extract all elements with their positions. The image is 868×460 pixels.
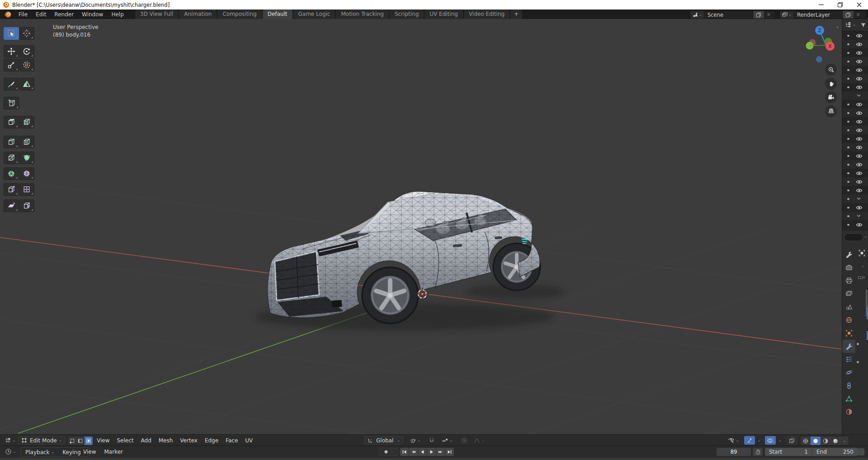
workspace-tab-default[interactable]: Default: [263, 9, 292, 19]
selectability-visibility-dropdown[interactable]: ⌄: [725, 436, 742, 445]
overlays-dropdown[interactable]: ⌄: [776, 436, 784, 445]
menu-render[interactable]: Render: [50, 10, 78, 19]
viewport-menu-uv[interactable]: UV: [243, 437, 255, 444]
filter-icon[interactable]: [860, 22, 866, 28]
outliner-row[interactable]: [842, 40, 868, 48]
tool-select-box[interactable]: [4, 27, 19, 40]
snap-target-dropdown[interactable]: ⌄: [438, 436, 457, 445]
tool-move[interactable]: [4, 45, 19, 58]
outliner-row[interactable]: [842, 186, 868, 194]
workspace-tab-motion-tracking[interactable]: Motion Tracking: [336, 9, 388, 19]
outliner-row[interactable]: [842, 177, 868, 186]
auto-keying-group[interactable]: ⌄: [379, 448, 398, 456]
tool-edge-slide[interactable]: [4, 183, 19, 196]
close-button[interactable]: [850, 0, 868, 9]
jump-first-button[interactable]: [400, 448, 409, 456]
transform-orientation-dropdown[interactable]: Global ⌄: [364, 436, 403, 445]
play-button[interactable]: [427, 448, 436, 456]
tool-bevel[interactable]: [4, 136, 19, 148]
eye-icon[interactable]: [856, 33, 863, 39]
outliner-row[interactable]: [842, 126, 868, 134]
viewport-grid-button[interactable]: [825, 105, 837, 117]
eye-icon[interactable]: [856, 136, 863, 142]
scene-copy-button[interactable]: [753, 11, 764, 19]
tool-loop-cut[interactable]: [19, 136, 35, 148]
chevron-down-icon[interactable]: [856, 93, 862, 98]
workspace-tab-scripting[interactable]: Scripting: [390, 9, 424, 19]
shading-wireframe-button[interactable]: [801, 436, 811, 445]
eye-icon[interactable]: [856, 41, 863, 47]
outliner-row[interactable]: [842, 134, 868, 143]
jump-last-button[interactable]: [445, 448, 454, 456]
workspace-tab-game-logic[interactable]: Game Logic: [293, 9, 335, 19]
properties-tab-output[interactable]: [842, 274, 855, 287]
viewport-menu-face[interactable]: Face: [224, 437, 240, 444]
properties-tab-particles[interactable]: [842, 353, 855, 366]
editor-type-dropdown[interactable]: ⌄: [3, 436, 17, 445]
outliner-row[interactable]: [842, 194, 868, 203]
falloff-dropdown[interactable]: ⌄: [470, 436, 488, 445]
play-reverse-button[interactable]: [418, 448, 427, 456]
blender-logo-icon[interactable]: [4, 11, 12, 18]
eye-icon[interactable]: [856, 144, 863, 151]
tool-inset-faces[interactable]: [19, 116, 35, 128]
eye-icon[interactable]: [856, 119, 863, 125]
shading-material-button[interactable]: [821, 436, 830, 445]
eye-icon[interactable]: [856, 110, 863, 116]
tool-extrude-region[interactable]: [4, 116, 19, 128]
viewport-camera-button[interactable]: [825, 91, 837, 103]
properties-tab-data[interactable]: [842, 392, 855, 405]
select-mode-edge[interactable]: [76, 436, 85, 445]
mode-dropdown[interactable]: Edit Mode ⌄: [18, 436, 65, 445]
gizmos-dropdown[interactable]: ⌄: [755, 436, 763, 445]
navigation-gizmo[interactable]: Z X: [796, 22, 842, 71]
workspace-tab--[interactable]: +: [510, 9, 522, 19]
shading-dropdown[interactable]: ⌄: [840, 436, 849, 445]
timeline-menu-marker[interactable]: Marker: [102, 449, 124, 455]
outliner-row[interactable]: [842, 169, 868, 177]
3d-viewport[interactable]: User Perspective (89) body.016 Z X: [0, 19, 842, 434]
viewport-zoom-button[interactable]: [825, 64, 837, 76]
restore-button[interactable]: [831, 0, 849, 9]
timeline-menu-view[interactable]: View: [81, 449, 98, 455]
tool-shrink-fatten[interactable]: [19, 183, 35, 196]
eye-icon[interactable]: [856, 76, 863, 82]
workspace-tab-video-editing[interactable]: Video Editing: [464, 9, 509, 19]
outliner-display-mode-dropdown[interactable]: [845, 22, 852, 28]
eye-icon[interactable]: [856, 50, 863, 56]
panel-collapse-icon[interactable]: ‹: [836, 24, 839, 30]
start-frame-field[interactable]: Start 1: [765, 448, 812, 456]
properties-tab-material[interactable]: [842, 405, 855, 418]
timeline-track-area[interactable]: [0, 457, 868, 460]
tool-poly-build[interactable]: [19, 152, 35, 164]
eye-icon[interactable]: [856, 170, 863, 176]
tool-annotate[interactable]: [4, 78, 19, 90]
scene-unlink-button[interactable]: ✕: [764, 11, 773, 19]
select-mode-face[interactable]: [85, 436, 93, 445]
proportional-editing-toggle[interactable]: [459, 436, 469, 445]
use-preview-range-toggle[interactable]: [753, 448, 763, 456]
shading-rendered-button[interactable]: [830, 436, 840, 445]
prev-keyframe-button[interactable]: [409, 448, 418, 456]
viewport-menu-vertex[interactable]: Vertex: [178, 437, 199, 444]
snap-toggle[interactable]: [427, 436, 437, 445]
tool-spin[interactable]: [4, 167, 19, 180]
properties-tab-object[interactable]: [842, 327, 855, 340]
tool-cursor-tool[interactable]: [19, 27, 35, 40]
tool-smooth[interactable]: [19, 167, 35, 180]
timeline-scrollbar[interactable]: [857, 448, 864, 455]
outliner-row[interactable]: [842, 31, 868, 40]
viewport-menu-view[interactable]: View: [95, 437, 111, 444]
properties-tab-scene[interactable]: [842, 300, 855, 313]
eye-icon[interactable]: [856, 58, 863, 65]
outliner-row[interactable]: [842, 57, 868, 66]
eye-icon[interactable]: [856, 204, 863, 211]
workspace-tab-3d-view-full[interactable]: 3D View Full: [135, 9, 179, 19]
eye-icon[interactable]: [856, 127, 863, 133]
tool-measure[interactable]: [19, 78, 35, 90]
outliner-row[interactable]: [842, 212, 868, 220]
workspace-tab-animation[interactable]: Animation: [179, 9, 217, 19]
properties-tab-world[interactable]: [842, 313, 855, 327]
outliner-row[interactable]: [842, 100, 868, 109]
eye-icon[interactable]: [856, 179, 863, 185]
